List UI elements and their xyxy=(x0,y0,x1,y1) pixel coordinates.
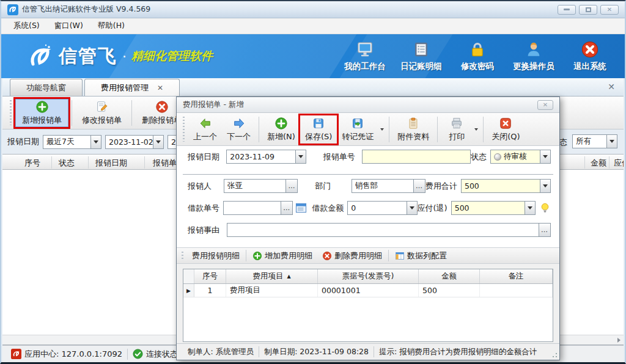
column-config-button[interactable]: 数据列配置 xyxy=(390,250,452,261)
banner-button-label: 日记账明细 xyxy=(400,61,442,72)
tab-expense-management[interactable]: 费用报销管理 ✕ xyxy=(84,79,180,96)
column-header-date[interactable]: 报销日期 xyxy=(95,158,127,169)
banner-button-operator[interactable]: 更换操作员 xyxy=(509,38,559,75)
delete-detail-button[interactable]: 删除费用明细 xyxy=(317,250,387,261)
dropdown-icon xyxy=(540,180,550,192)
date-label: 报销日期 xyxy=(188,151,223,162)
close-form-button[interactable]: 关闭(Q) xyxy=(487,115,525,144)
close-red-icon xyxy=(499,117,512,130)
print-button[interactable]: 打印 xyxy=(441,115,473,144)
detail-col-ticket[interactable]: 票据号(发票号) xyxy=(318,269,419,283)
dropdown-icon xyxy=(525,202,535,214)
attachments-button[interactable]: 附件资料 xyxy=(392,115,434,144)
payable-field[interactable]: 500 xyxy=(451,201,536,215)
field-value: 500 xyxy=(455,203,525,213)
loan-no-field[interactable]: … xyxy=(223,201,293,215)
banner-button-exit[interactable]: 退出系统 xyxy=(565,38,615,75)
menu-system[interactable]: 系统(S) xyxy=(6,19,47,33)
column-header-amount[interactable]: 金额 xyxy=(591,158,606,169)
hint-lightbulb-icon[interactable] xyxy=(539,202,551,214)
detail-col-item[interactable]: 费用项目 ▲ xyxy=(226,269,318,283)
dialog-toolbar: 上一个 下一个 新增(N) 保存(S) 转记凭证 xyxy=(177,113,559,146)
status-field[interactable]: 待审核 xyxy=(490,150,551,164)
tab-bar: 功能导航窗 费用报销管理 ✕ ✕ xyxy=(2,78,624,96)
expense-date-field[interactable]: 2023-11-09 xyxy=(226,150,306,164)
column-header-seq[interactable]: 序号 xyxy=(24,158,40,169)
tab-close-icon[interactable]: ✕ xyxy=(157,84,163,92)
column-separator xyxy=(584,156,585,169)
edit-expense-form-button[interactable]: 修改报销单 xyxy=(75,99,128,127)
lookup-ellipsis-icon[interactable]: … xyxy=(539,224,550,236)
close-button[interactable]: ✕ xyxy=(600,5,619,15)
field-value: 2023-11-09 xyxy=(230,152,295,161)
resize-grip[interactable] xyxy=(551,352,558,358)
exit-icon xyxy=(580,40,600,59)
status-label: 状态 xyxy=(471,151,487,162)
button-label: 转记凭证 xyxy=(342,131,374,142)
delete-icon xyxy=(322,251,332,261)
column-header-payable[interactable]: 应付 xyxy=(614,158,624,169)
operator-icon xyxy=(524,40,543,59)
filter-date-label: 报销日期 xyxy=(7,136,39,147)
scroll-right-icon[interactable] xyxy=(614,335,624,344)
printer-icon xyxy=(450,117,463,130)
form-row-2: 报销人 张亚 … 部门 销售部 … 费用合计 500 xyxy=(188,179,551,193)
tab-navigation[interactable]: 功能导航窗 xyxy=(10,79,83,96)
banner-button-password[interactable]: 修改密码 xyxy=(452,38,503,75)
reason-field[interactable]: … xyxy=(227,223,551,237)
button-label: 删除费用明细 xyxy=(334,250,382,261)
cell-amount: 500 xyxy=(419,284,480,297)
detail-table-row[interactable]: ▶ 1 费用项目 00001001 500 xyxy=(183,284,553,297)
voucher-dropdown-icon[interactable] xyxy=(378,115,386,144)
date-range-select[interactable]: 最近7天 xyxy=(43,135,101,149)
detail-table-header: 序号 费用项目 ▲ 票据号(发票号) 金额 备注 xyxy=(183,269,553,284)
lookup-ellipsis-icon[interactable]: … xyxy=(413,180,425,192)
detail-col-amount[interactable]: 金额 xyxy=(419,269,480,283)
minimize-button[interactable] xyxy=(558,5,576,15)
date-from-select[interactable]: 2023-11-02 xyxy=(105,135,164,149)
columns-grid-icon xyxy=(395,251,405,261)
toolbar-grip xyxy=(183,117,185,142)
brand-logo-icon xyxy=(26,42,54,70)
connection-text: 连接状态: xyxy=(146,349,180,360)
button-label: 下一个 xyxy=(227,131,251,142)
app-center-text: 应用中心: 127.0.0.1:7092 xyxy=(24,349,122,360)
add-detail-button[interactable]: 增加费用明细 xyxy=(248,250,317,261)
loan-list-icon[interactable] xyxy=(295,202,307,214)
menu-window[interactable]: 窗口(W) xyxy=(47,19,90,33)
expense-no-field[interactable] xyxy=(362,150,471,164)
journal-icon xyxy=(411,40,431,59)
detail-col-seq[interactable]: 序号 xyxy=(194,269,226,283)
previous-record-button[interactable]: 上一个 xyxy=(188,115,222,144)
lookup-ellipsis-icon[interactable]: … xyxy=(281,202,292,214)
total-field[interactable]: 500 xyxy=(461,179,551,193)
lookup-ellipsis-icon[interactable]: … xyxy=(285,180,297,192)
next-record-button[interactable]: 下一个 xyxy=(222,115,256,144)
menu-help[interactable]: 帮助(H) xyxy=(90,19,132,33)
form-row-1: 报销日期 2023-11-09 报销单号 状态 待审核 xyxy=(188,150,551,164)
post-voucher-button[interactable]: 转记凭证 xyxy=(337,115,378,144)
maximize-button[interactable] xyxy=(579,5,597,15)
banner-button-journal[interactable]: 日记账明细 xyxy=(396,38,446,75)
print-dropdown-icon[interactable] xyxy=(473,115,480,144)
detail-tab-label: 费用报销明细 xyxy=(187,250,245,261)
detail-col-note[interactable]: 备注 xyxy=(480,269,553,283)
add-expense-form-button[interactable]: 新增报销单 xyxy=(15,99,68,127)
column-separator xyxy=(144,156,145,169)
dialog-close-button[interactable]: ✕ xyxy=(537,100,553,110)
banner-button-label: 退出系统 xyxy=(573,61,606,72)
clipboard-icon xyxy=(407,117,420,130)
loan-amount-field[interactable]: 0 xyxy=(347,201,417,215)
column-header-status[interactable]: 状态 xyxy=(59,158,75,169)
new-record-button[interactable]: 新增(N) xyxy=(262,115,300,144)
cell-note xyxy=(480,284,553,297)
dropdown-icon xyxy=(295,150,306,163)
department-field[interactable]: 销售部 … xyxy=(352,179,425,193)
person-field[interactable]: 张亚 … xyxy=(224,179,298,193)
save-button[interactable]: 保存(S) xyxy=(300,115,337,144)
button-label: 关闭(Q) xyxy=(492,131,520,142)
document-close-icon[interactable]: ✕ xyxy=(608,82,615,92)
banner-button-workbench[interactable]: 我的工作台 xyxy=(340,38,390,75)
column-header-no[interactable]: 报销单 xyxy=(153,158,177,169)
status-filter-select[interactable]: 所有 xyxy=(572,134,617,148)
